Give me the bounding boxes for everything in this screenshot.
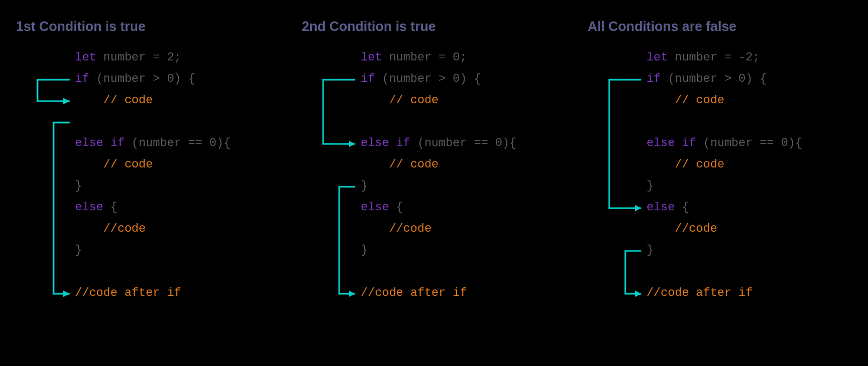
code-line [647, 261, 852, 283]
token-kw: else if [361, 136, 410, 150]
token-id: } [361, 243, 368, 257]
token-cm: //code [361, 222, 431, 235]
code-line: } [647, 176, 852, 197]
code-line: // code [647, 154, 852, 176]
token-id: { [675, 201, 689, 214]
token-cm: // code [75, 158, 153, 171]
token-kw: else if [647, 136, 696, 150]
code-line [647, 111, 852, 133]
token-cm: //code [75, 222, 146, 235]
token-kw: if [647, 72, 661, 86]
code-line: let number = -2; [647, 47, 852, 68]
code-line: else if (number == 0){ [75, 133, 280, 154]
token-id: number = -2; [668, 51, 760, 64]
column-2: All Conditions are falselet number = -2;… [588, 19, 852, 304]
token-cm: // code [361, 158, 438, 171]
token-kw: let [647, 51, 668, 64]
token-id: } [361, 179, 368, 193]
code-line: if (number > 0) { [647, 68, 852, 90]
code-line [75, 111, 280, 133]
token-id: (number == 0){ [696, 136, 802, 150]
code-line [361, 261, 566, 283]
code-line: else { [75, 197, 280, 218]
token-cm: //code after if [75, 286, 181, 300]
token-id: (number > 0) { [661, 72, 767, 86]
token-cm: // code [75, 94, 153, 107]
token-kw: let [75, 51, 96, 64]
token-cm: //code after if [647, 286, 753, 300]
code-line: let number = 0; [361, 47, 566, 68]
token-kw: else if [75, 136, 124, 150]
code-line: // code [361, 90, 566, 111]
code-line: else if (number == 0){ [361, 133, 566, 154]
code-block: let number = 0;if (number > 0) { // code… [302, 47, 566, 304]
code-line: //code [361, 218, 566, 240]
code-line: else { [361, 197, 566, 218]
token-id: } [75, 179, 82, 193]
token-id: } [647, 243, 654, 257]
code-line: // code [75, 154, 280, 176]
token-id: } [647, 179, 654, 193]
token-kw: let [361, 51, 382, 64]
code-line: if (number > 0) { [75, 68, 280, 90]
code-line [75, 261, 280, 283]
column-title: 2nd Condition is true [302, 19, 566, 34]
code-line: if (number > 0) { [361, 68, 566, 90]
code-line: // code [647, 90, 852, 111]
code-line: } [75, 176, 280, 197]
column-title: All Conditions are false [588, 19, 852, 34]
token-id: number = 0; [382, 51, 467, 64]
token-id: number = 2; [96, 51, 181, 64]
code-line: } [75, 240, 280, 261]
code-line [361, 111, 566, 133]
diagram-wrap: 1st Condition is truelet number = 2;if (… [0, 0, 868, 323]
code-line: } [647, 240, 852, 261]
token-cm: // code [647, 158, 724, 171]
code-block: let number = 2;if (number > 0) { // code… [16, 47, 280, 304]
token-kw: else [647, 201, 675, 214]
column-0: 1st Condition is truelet number = 2;if (… [16, 19, 280, 304]
token-kw: else [361, 201, 389, 214]
code-line: else if (number == 0){ [647, 133, 852, 154]
code-line: // code [361, 154, 566, 176]
code-line: // code [75, 90, 280, 111]
code-line: //code [75, 218, 280, 240]
code-line: } [361, 240, 566, 261]
token-cm: //code [647, 222, 717, 235]
column-title: 1st Condition is true [16, 19, 280, 34]
token-kw: if [75, 72, 89, 86]
token-id: { [389, 201, 403, 214]
token-id: (number == 0){ [410, 136, 517, 150]
code-block: let number = -2;if (number > 0) { // cod… [588, 47, 852, 304]
token-id: (number == 0){ [124, 136, 230, 150]
token-cm: //code after if [361, 286, 467, 300]
token-id: (number > 0) { [375, 72, 481, 86]
token-id: (number > 0) { [89, 72, 195, 86]
code-line: } [361, 176, 566, 197]
token-cm: // code [361, 94, 438, 107]
token-id: { [103, 201, 117, 214]
token-kw: else [75, 201, 103, 214]
code-line: else { [647, 197, 852, 218]
code-line: //code after if [361, 283, 566, 304]
code-line: //code after if [75, 283, 280, 304]
token-cm: // code [647, 94, 724, 107]
code-line: //code [647, 218, 852, 240]
column-1: 2nd Condition is truelet number = 0;if (… [302, 19, 566, 304]
code-line: let number = 2; [75, 47, 280, 68]
token-kw: if [361, 72, 375, 86]
code-line: //code after if [647, 283, 852, 304]
token-id: } [75, 243, 82, 257]
